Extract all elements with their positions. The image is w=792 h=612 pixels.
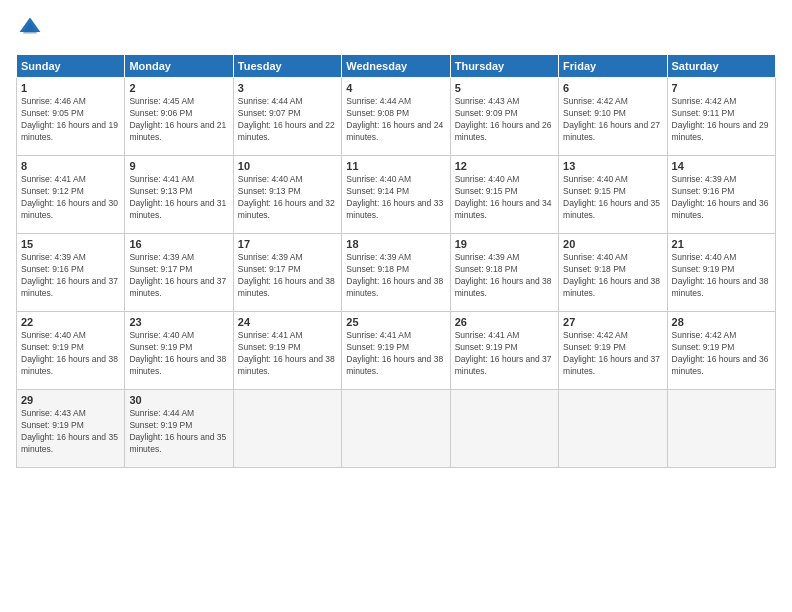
day-number: 5 — [455, 82, 554, 94]
day-info: Sunrise: 4:42 AMSunset: 9:10 PMDaylight:… — [563, 96, 662, 144]
logo — [16, 16, 44, 44]
table-row: 28 Sunrise: 4:42 AMSunset: 9:19 PMDaylig… — [667, 312, 775, 390]
day-number: 19 — [455, 238, 554, 250]
day-number: 27 — [563, 316, 662, 328]
table-row: 15 Sunrise: 4:39 AMSunset: 9:16 PMDaylig… — [17, 234, 125, 312]
weekday-header: Sunday — [17, 55, 125, 78]
day-info: Sunrise: 4:41 AMSunset: 9:19 PMDaylight:… — [346, 330, 445, 378]
day-info: Sunrise: 4:39 AMSunset: 9:16 PMDaylight:… — [21, 252, 120, 300]
table-row: 16 Sunrise: 4:39 AMSunset: 9:17 PMDaylig… — [125, 234, 233, 312]
day-info: Sunrise: 4:43 AMSunset: 9:19 PMDaylight:… — [21, 408, 120, 456]
weekday-header: Friday — [559, 55, 667, 78]
table-row: 6 Sunrise: 4:42 AMSunset: 9:10 PMDayligh… — [559, 78, 667, 156]
day-number: 22 — [21, 316, 120, 328]
calendar-week-row: 1 Sunrise: 4:46 AMSunset: 9:05 PMDayligh… — [17, 78, 776, 156]
day-number: 30 — [129, 394, 228, 406]
day-info: Sunrise: 4:40 AMSunset: 9:19 PMDaylight:… — [21, 330, 120, 378]
calendar-week-row: 15 Sunrise: 4:39 AMSunset: 9:16 PMDaylig… — [17, 234, 776, 312]
day-info: Sunrise: 4:44 AMSunset: 9:19 PMDaylight:… — [129, 408, 228, 456]
day-info: Sunrise: 4:42 AMSunset: 9:11 PMDaylight:… — [672, 96, 771, 144]
day-info: Sunrise: 4:39 AMSunset: 9:18 PMDaylight:… — [346, 252, 445, 300]
day-number: 28 — [672, 316, 771, 328]
day-number: 16 — [129, 238, 228, 250]
table-row: 19 Sunrise: 4:39 AMSunset: 9:18 PMDaylig… — [450, 234, 558, 312]
day-number: 8 — [21, 160, 120, 172]
day-number: 29 — [21, 394, 120, 406]
table-row: 27 Sunrise: 4:42 AMSunset: 9:19 PMDaylig… — [559, 312, 667, 390]
table-row: 21 Sunrise: 4:40 AMSunset: 9:19 PMDaylig… — [667, 234, 775, 312]
day-number: 9 — [129, 160, 228, 172]
day-info: Sunrise: 4:44 AMSunset: 9:08 PMDaylight:… — [346, 96, 445, 144]
table-row: 25 Sunrise: 4:41 AMSunset: 9:19 PMDaylig… — [342, 312, 450, 390]
day-number: 24 — [238, 316, 337, 328]
weekday-header: Thursday — [450, 55, 558, 78]
day-number: 26 — [455, 316, 554, 328]
day-info: Sunrise: 4:40 AMSunset: 9:18 PMDaylight:… — [563, 252, 662, 300]
table-row: 30 Sunrise: 4:44 AMSunset: 9:19 PMDaylig… — [125, 390, 233, 468]
day-info: Sunrise: 4:42 AMSunset: 9:19 PMDaylight:… — [672, 330, 771, 378]
table-row: 22 Sunrise: 4:40 AMSunset: 9:19 PMDaylig… — [17, 312, 125, 390]
table-row: 1 Sunrise: 4:46 AMSunset: 9:05 PMDayligh… — [17, 78, 125, 156]
table-row: 12 Sunrise: 4:40 AMSunset: 9:15 PMDaylig… — [450, 156, 558, 234]
table-row: 10 Sunrise: 4:40 AMSunset: 9:13 PMDaylig… — [233, 156, 341, 234]
day-number: 23 — [129, 316, 228, 328]
day-number: 14 — [672, 160, 771, 172]
table-row: 4 Sunrise: 4:44 AMSunset: 9:08 PMDayligh… — [342, 78, 450, 156]
day-number: 21 — [672, 238, 771, 250]
table-row: 29 Sunrise: 4:43 AMSunset: 9:19 PMDaylig… — [17, 390, 125, 468]
weekday-header: Wednesday — [342, 55, 450, 78]
table-row: 20 Sunrise: 4:40 AMSunset: 9:18 PMDaylig… — [559, 234, 667, 312]
weekday-header-row: SundayMondayTuesdayWednesdayThursdayFrid… — [17, 55, 776, 78]
day-number: 2 — [129, 82, 228, 94]
day-number: 4 — [346, 82, 445, 94]
day-info: Sunrise: 4:41 AMSunset: 9:13 PMDaylight:… — [129, 174, 228, 222]
day-info: Sunrise: 4:46 AMSunset: 9:05 PMDaylight:… — [21, 96, 120, 144]
table-row — [559, 390, 667, 468]
table-row: 13 Sunrise: 4:40 AMSunset: 9:15 PMDaylig… — [559, 156, 667, 234]
header — [16, 16, 776, 44]
table-row — [342, 390, 450, 468]
day-info: Sunrise: 4:40 AMSunset: 9:15 PMDaylight:… — [455, 174, 554, 222]
day-number: 1 — [21, 82, 120, 94]
table-row: 18 Sunrise: 4:39 AMSunset: 9:18 PMDaylig… — [342, 234, 450, 312]
calendar-week-row: 29 Sunrise: 4:43 AMSunset: 9:19 PMDaylig… — [17, 390, 776, 468]
table-row: 8 Sunrise: 4:41 AMSunset: 9:12 PMDayligh… — [17, 156, 125, 234]
day-info: Sunrise: 4:40 AMSunset: 9:19 PMDaylight:… — [672, 252, 771, 300]
table-row: 3 Sunrise: 4:44 AMSunset: 9:07 PMDayligh… — [233, 78, 341, 156]
weekday-header: Monday — [125, 55, 233, 78]
day-number: 3 — [238, 82, 337, 94]
day-info: Sunrise: 4:41 AMSunset: 9:19 PMDaylight:… — [238, 330, 337, 378]
day-number: 10 — [238, 160, 337, 172]
day-number: 20 — [563, 238, 662, 250]
day-info: Sunrise: 4:41 AMSunset: 9:12 PMDaylight:… — [21, 174, 120, 222]
day-number: 11 — [346, 160, 445, 172]
day-info: Sunrise: 4:42 AMSunset: 9:19 PMDaylight:… — [563, 330, 662, 378]
day-info: Sunrise: 4:39 AMSunset: 9:17 PMDaylight:… — [129, 252, 228, 300]
table-row — [450, 390, 558, 468]
table-row: 24 Sunrise: 4:41 AMSunset: 9:19 PMDaylig… — [233, 312, 341, 390]
calendar: SundayMondayTuesdayWednesdayThursdayFrid… — [16, 54, 776, 468]
logo-icon — [18, 16, 42, 40]
table-row — [667, 390, 775, 468]
day-number: 13 — [563, 160, 662, 172]
day-number: 6 — [563, 82, 662, 94]
table-row: 11 Sunrise: 4:40 AMSunset: 9:14 PMDaylig… — [342, 156, 450, 234]
day-info: Sunrise: 4:40 AMSunset: 9:15 PMDaylight:… — [563, 174, 662, 222]
page: SundayMondayTuesdayWednesdayThursdayFrid… — [0, 0, 792, 612]
day-number: 7 — [672, 82, 771, 94]
day-info: Sunrise: 4:39 AMSunset: 9:17 PMDaylight:… — [238, 252, 337, 300]
day-number: 18 — [346, 238, 445, 250]
calendar-week-row: 8 Sunrise: 4:41 AMSunset: 9:12 PMDayligh… — [17, 156, 776, 234]
table-row — [233, 390, 341, 468]
day-number: 17 — [238, 238, 337, 250]
table-row: 7 Sunrise: 4:42 AMSunset: 9:11 PMDayligh… — [667, 78, 775, 156]
day-info: Sunrise: 4:43 AMSunset: 9:09 PMDaylight:… — [455, 96, 554, 144]
day-info: Sunrise: 4:41 AMSunset: 9:19 PMDaylight:… — [455, 330, 554, 378]
day-info: Sunrise: 4:39 AMSunset: 9:16 PMDaylight:… — [672, 174, 771, 222]
table-row: 9 Sunrise: 4:41 AMSunset: 9:13 PMDayligh… — [125, 156, 233, 234]
table-row: 26 Sunrise: 4:41 AMSunset: 9:19 PMDaylig… — [450, 312, 558, 390]
calendar-week-row: 22 Sunrise: 4:40 AMSunset: 9:19 PMDaylig… — [17, 312, 776, 390]
table-row: 2 Sunrise: 4:45 AMSunset: 9:06 PMDayligh… — [125, 78, 233, 156]
day-number: 15 — [21, 238, 120, 250]
table-row: 23 Sunrise: 4:40 AMSunset: 9:19 PMDaylig… — [125, 312, 233, 390]
